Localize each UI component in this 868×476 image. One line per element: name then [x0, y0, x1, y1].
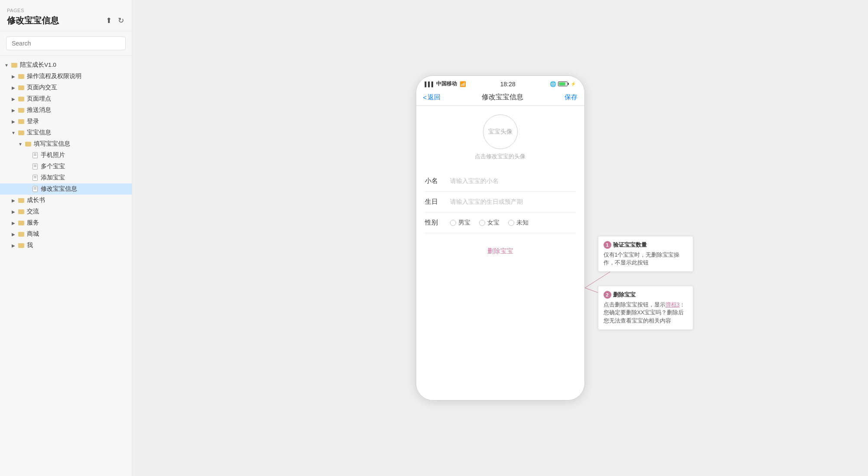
tree-label-push: 推送消息	[27, 106, 51, 114]
svg-line-1	[585, 288, 633, 305]
birthday-input[interactable]: 请输入宝宝的生日或预产期	[450, 198, 576, 206]
sidebar-title-row: 修改宝宝信息 ⬆︎ ↻	[7, 15, 125, 26]
tree-item-page-embed[interactable]: 页面埋点	[0, 93, 132, 104]
status-right: 🌐 ⚡	[550, 81, 576, 87]
tree-arrow-ops	[10, 73, 16, 79]
status-left: ▌▌▌ 中国移动 📶	[425, 80, 466, 88]
gender-options: 男宝 女宝 未知	[450, 219, 576, 227]
tree-arrow-exchange	[10, 209, 16, 215]
annotation-1-title: 1 验证宝宝数量	[604, 241, 688, 249]
tree-item-growth[interactable]: 成长书	[0, 195, 132, 206]
export-icon: ⬆︎	[106, 16, 112, 25]
tree-item-ops[interactable]: 操作流程及权限说明	[0, 71, 132, 82]
folder-icon-ops	[17, 73, 25, 79]
tree-arrow-root	[3, 62, 10, 68]
battery-tip	[568, 83, 569, 85]
phone-body: 宝宝头像 点击修改宝宝的头像 小名 请输入宝宝的小名 生日 请输入宝宝的生日或预…	[416, 106, 584, 400]
popup-link: 弹框3	[666, 302, 680, 308]
tree-arrow-baby-info	[10, 130, 16, 136]
tree-item-push[interactable]: 推送消息	[0, 104, 132, 116]
charging-icon: ⚡	[571, 82, 576, 86]
tree-label-add-baby: 添加宝宝	[41, 174, 65, 182]
nickname-label: 小名	[425, 177, 443, 185]
annotation-box-1: 1 验证宝宝数量 仅有1个宝宝时，无删除宝宝操作，不显示此按钮	[598, 236, 693, 272]
tree-label-multi-baby: 多个宝宝	[41, 163, 65, 170]
tree-label-service: 服务	[27, 219, 39, 227]
gender-option-girl[interactable]: 女宝	[479, 219, 499, 227]
sidebar-title: 修改宝宝信息	[7, 15, 59, 26]
sidebar-actions: ⬆︎ ↻	[105, 15, 125, 26]
battery-icon	[558, 82, 569, 86]
tree-arrow-service	[10, 220, 16, 226]
tree-label-growth: 成长书	[27, 196, 45, 204]
tree-arrow-edit-baby	[24, 186, 30, 192]
folder-icon-mall	[17, 231, 25, 237]
back-arrow-icon: <	[423, 94, 427, 101]
radio-unknown-icon	[508, 220, 514, 226]
folder-icon-exchange	[17, 209, 25, 215]
svg-line-0	[585, 258, 633, 288]
tree-item-edit-baby[interactable]: 修改宝宝信息	[0, 183, 132, 195]
tree-label-edit-baby: 修改宝宝信息	[41, 185, 77, 193]
tree-container: 陪宝成长V1.0操作流程及权限说明页面内交互页面埋点推送消息登录宝宝信息填写宝宝…	[0, 56, 132, 476]
tree-arrow-growth	[10, 197, 16, 203]
nickname-input[interactable]: 请输入宝宝的小名	[450, 177, 576, 185]
folder-icon-page-interact	[17, 85, 25, 91]
tree-item-phone-photo[interactable]: 手机照片	[0, 150, 132, 161]
battery-body	[558, 82, 568, 86]
tree-item-fill-baby[interactable]: 填写宝宝信息	[0, 138, 132, 150]
radio-girl-icon	[479, 220, 485, 226]
gender-label: 性别	[425, 218, 443, 227]
tree-label-exchange: 交流	[27, 208, 39, 215]
avatar-hint: 点击修改宝宝的头像	[475, 153, 525, 160]
carrier-label: 中国移动	[436, 80, 457, 88]
tree-arrow-fill-baby	[17, 141, 23, 147]
nav-save-button[interactable]: 保存	[565, 93, 578, 101]
tree-label-ops: 操作流程及权限说明	[27, 72, 82, 80]
page-icon-multi-baby	[31, 163, 39, 170]
nav-back-button[interactable]: < 返回	[423, 93, 441, 101]
tree-arrow-add-baby	[24, 175, 30, 181]
pages-label: PAGES	[7, 8, 125, 13]
signal-bars-icon: ▌▌▌	[425, 82, 435, 87]
gender-option-boy[interactable]: 男宝	[450, 219, 470, 227]
search-container	[0, 31, 132, 56]
annotation-2-title: 2 删除宝宝	[604, 290, 688, 299]
tree-item-mall[interactable]: 商城	[0, 228, 132, 240]
tree-item-add-baby[interactable]: 添加宝宝	[0, 172, 132, 183]
export-button[interactable]: ⬆︎	[105, 15, 113, 26]
refresh-button[interactable]: ↻	[117, 15, 125, 26]
phone-status-bar: ▌▌▌ 中国移动 📶 18:28 🌐 ⚡	[416, 76, 584, 89]
avatar-circle[interactable]: 宝宝头像	[483, 114, 518, 149]
tree-label-login: 登录	[27, 117, 39, 125]
tree-label-page-interact: 页面内交互	[27, 84, 57, 91]
annotation-number-2: 2	[604, 291, 611, 299]
status-time: 18:28	[500, 81, 516, 88]
gender-girl-label: 女宝	[487, 219, 499, 227]
tree-arrow-login	[10, 118, 16, 124]
gender-boy-label: 男宝	[458, 219, 470, 227]
gender-option-unknown[interactable]: 未知	[508, 219, 529, 227]
page-icon-edit-baby	[31, 186, 39, 192]
phone-mockup: ▌▌▌ 中国移动 📶 18:28 🌐 ⚡	[416, 75, 585, 401]
tree-item-baby-info[interactable]: 宝宝信息	[0, 127, 132, 138]
tree-item-me[interactable]: 我	[0, 240, 132, 251]
folder-icon-fill-baby	[24, 141, 32, 147]
tree-label-mall: 商城	[27, 230, 39, 238]
wifi-icon: 📶	[460, 81, 466, 87]
search-input[interactable]	[6, 36, 126, 50]
tree-label-phone-photo: 手机照片	[41, 151, 65, 159]
tree-item-exchange[interactable]: 交流	[0, 206, 132, 217]
tree-arrow-multi-baby	[24, 163, 30, 170]
tree-item-service[interactable]: 服务	[0, 217, 132, 228]
tree-item-root[interactable]: 陪宝成长V1.0	[0, 59, 132, 71]
tree-item-login[interactable]: 登录	[0, 116, 132, 127]
delete-baby-button[interactable]: 删除宝宝	[425, 247, 576, 255]
annotation-1-text: 仅有1个宝宝时，无删除宝宝操作，不显示此按钮	[604, 251, 688, 267]
tree-item-multi-baby[interactable]: 多个宝宝	[0, 161, 132, 172]
tree-label-page-embed: 页面埋点	[27, 95, 51, 103]
refresh-icon: ↻	[118, 16, 124, 25]
folder-icon-root	[10, 62, 18, 68]
tree-item-page-interact[interactable]: 页面内交互	[0, 82, 132, 93]
gender-row: 性别 男宝 女宝 未知	[425, 212, 576, 233]
